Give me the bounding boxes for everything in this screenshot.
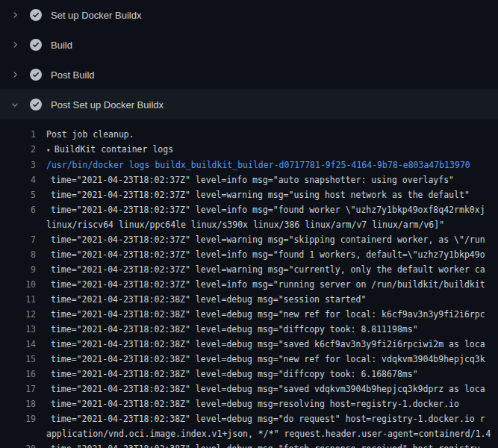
log-line-number[interactable]: 18	[0, 396, 36, 411]
group-toggle-icon[interactable]: ▾	[46, 146, 55, 154]
log-line-text: Post job cleanup.	[46, 127, 498, 142]
log-line-content: time="2021-04-23T18:02:38Z" level=debug …	[51, 339, 485, 349]
check-circle-icon	[30, 39, 42, 51]
log-line: 6 time="2021-04-23T18:02:37Z" level=info…	[0, 202, 498, 217]
log-line-content: time="2021-04-23T18:02:38Z" level=debug …	[51, 324, 418, 335]
log-line-content: time="2021-04-23T18:02:37Z" level=info m…	[51, 205, 485, 215]
log-line-number[interactable]	[0, 217, 36, 232]
log-line-content: Post job cleanup.	[46, 129, 134, 140]
log-line-number[interactable]: 9	[0, 262, 36, 277]
log-line: 18 time="2021-04-23T18:02:38Z" level=deb…	[0, 396, 498, 411]
log-line-text: time="2021-04-23T18:02:38Z" level=debug …	[46, 307, 498, 322]
log-line: 3 /usr/bin/docker logs buildx_buildkit_b…	[0, 158, 498, 172]
log-line-number[interactable]: 10	[0, 277, 36, 292]
log-line-text: time="2021-04-23T18:02:38Z" level=debug …	[46, 322, 498, 337]
step-header-build[interactable]: Build	[0, 30, 498, 60]
check-circle-icon	[30, 9, 42, 21]
log-line-text: time="2021-04-23T18:02:38Z" level=debug …	[46, 382, 498, 396]
check-circle-icon	[30, 69, 42, 81]
log-line-content: time="2021-04-23T18:02:38Z" level=debug …	[51, 384, 485, 394]
log-line-number[interactable]	[0, 426, 36, 441]
log-line-text: time="2021-04-23T18:02:37Z" level=warnin…	[46, 232, 498, 247]
log-line-content: application/vnd.oci.image.index.v1+json,…	[46, 429, 491, 439]
log-line-content: time="2021-04-23T18:02:38Z" level=debug …	[51, 414, 485, 424]
log-line-content: time="2021-04-23T18:02:37Z" level=warnin…	[51, 264, 485, 275]
log-line-number[interactable]: 3	[0, 158, 36, 172]
log-line: 15 time="2021-04-23T18:02:38Z" level=deb…	[0, 352, 498, 367]
log-line: 5 time="2021-04-23T18:02:37Z" level=warn…	[0, 187, 498, 202]
step-label: Post Set up Docker Buildx	[51, 99, 164, 111]
log-line-number[interactable]: 15	[0, 352, 36, 367]
log-line-text: time="2021-04-23T18:02:38Z" level=debug …	[46, 352, 498, 367]
step-label: Post Build	[51, 69, 95, 81]
log-line: 16 time="2021-04-23T18:02:38Z" level=deb…	[0, 367, 498, 382]
log-line: 11 time="2021-04-23T18:02:38Z" level=deb…	[0, 292, 498, 307]
log-line-content: time="2021-04-23T18:02:38Z" level=debug …	[51, 354, 485, 364]
chevron-right-icon	[9, 9, 21, 21]
log-line-number[interactable]: 7	[0, 232, 36, 247]
log-line-number[interactable]: 13	[0, 322, 36, 337]
log-line: 19 time="2021-04-23T18:02:38Z" level=deb…	[0, 411, 498, 426]
log-line-content: time="2021-04-23T18:02:38Z" level=debug …	[51, 369, 418, 379]
log-line: 13 time="2021-04-23T18:02:38Z" level=deb…	[0, 322, 498, 337]
log-line-text: time="2021-04-23T18:02:37Z" level=warnin…	[46, 187, 498, 202]
log-line-text: time="2021-04-23T18:02:37Z" level=info m…	[46, 277, 498, 292]
log-line-text: time="2021-04-23T18:02:38Z" level=debug …	[46, 337, 498, 352]
log-line-content: time="2021-04-23T18:02:38Z" level=debug …	[51, 294, 366, 305]
log-line: 20 time="2021-04-23T18:02:38Z" level=deb…	[0, 441, 498, 448]
log-line-content: BuildKit container logs	[55, 144, 173, 155]
check-circle-icon	[30, 99, 42, 111]
log-line-content: time="2021-04-23T18:02:37Z" level=info m…	[51, 279, 485, 290]
log-line-number[interactable]: 5	[0, 187, 36, 202]
log-line: 9 time="2021-04-23T18:02:37Z" level=warn…	[0, 262, 498, 277]
log-line: 17 time="2021-04-23T18:02:38Z" level=deb…	[0, 382, 498, 396]
log-line-content: /usr/bin/docker logs buildx_buildkit_bui…	[46, 160, 470, 170]
log-line-number[interactable]: 2	[0, 142, 36, 158]
log-line-text: application/vnd.oci.image.index.v1+json,…	[46, 426, 498, 441]
log-line-content: time="2021-04-23T18:02:37Z" level=info m…	[51, 249, 485, 260]
log-line-number[interactable]: 20	[0, 441, 36, 448]
step-header-set-up-docker-buildx[interactable]: Set up Docker Buildx	[0, 0, 498, 30]
step-label: Build	[51, 40, 72, 51]
chevron-right-icon	[9, 39, 21, 51]
log-line-text: time="2021-04-23T18:02:37Z" level=info m…	[46, 247, 498, 262]
log-line-text: time="2021-04-23T18:02:37Z" level=warnin…	[46, 262, 498, 277]
log-line: 12 time="2021-04-23T18:02:38Z" level=deb…	[0, 307, 498, 322]
log-line: 10 time="2021-04-23T18:02:37Z" level=inf…	[0, 277, 498, 292]
log-line-content: time="2021-04-23T18:02:37Z" level=info m…	[51, 175, 454, 185]
log-line-content: time="2021-04-23T18:02:37Z" level=warnin…	[51, 190, 470, 200]
log-line: linux/riscv64 linux/ppc64le linux/s390x …	[0, 217, 498, 232]
log-line-number[interactable]: 11	[0, 292, 36, 307]
log-line-text: linux/riscv64 linux/ppc64le linux/s390x …	[46, 217, 498, 232]
log-line-number[interactable]: 14	[0, 337, 36, 352]
log-line-number[interactable]: 6	[0, 202, 36, 217]
log-line: 14 time="2021-04-23T18:02:38Z" level=deb…	[0, 337, 498, 352]
log-line-content: time="2021-04-23T18:02:38Z" level=debug …	[51, 444, 480, 448]
log-line-number[interactable]: 17	[0, 382, 36, 396]
log-line-text: time="2021-04-23T18:02:38Z" level=debug …	[46, 396, 498, 411]
log-line: 4 time="2021-04-23T18:02:37Z" level=info…	[0, 172, 498, 187]
log-line-number[interactable]: 4	[0, 172, 36, 187]
actions-log-viewer: Set up Docker Buildx Build Post Build Po…	[0, 0, 498, 448]
log-line-number[interactable]: 12	[0, 307, 36, 322]
chevron-right-icon	[9, 69, 21, 81]
log-line: 7 time="2021-04-23T18:02:37Z" level=warn…	[0, 232, 498, 247]
log-line-number[interactable]: 1	[0, 127, 36, 142]
log-line-text: time="2021-04-23T18:02:37Z" level=info m…	[46, 172, 498, 187]
step-header-post-set-up-docker-buildx[interactable]: Post Set up Docker Buildx	[0, 90, 498, 119]
log-line: 1 Post job cleanup.	[0, 127, 498, 142]
log-area: 1 Post job cleanup. 2 ▾ BuildKit contain…	[0, 119, 498, 448]
log-line-number[interactable]: 16	[0, 367, 36, 382]
log-lines: 1 Post job cleanup. 2 ▾ BuildKit contain…	[0, 127, 498, 448]
log-line-text: time="2021-04-23T18:02:37Z" level=info m…	[46, 202, 498, 217]
log-line-text: time="2021-04-23T18:02:38Z" level=debug …	[46, 411, 498, 426]
log-line-number[interactable]: 19	[0, 411, 36, 426]
log-line-text: ▾ BuildKit container logs	[46, 142, 498, 158]
log-line-content: linux/riscv64 linux/ppc64le linux/s390x …	[46, 220, 444, 230]
log-line-text: time="2021-04-23T18:02:38Z" level=debug …	[46, 367, 498, 382]
log-line-text: /usr/bin/docker logs buildx_buildkit_bui…	[46, 158, 498, 172]
log-line-content: time="2021-04-23T18:02:37Z" level=warnin…	[51, 234, 485, 245]
log-line-number[interactable]: 8	[0, 247, 36, 262]
log-line: 8 time="2021-04-23T18:02:37Z" level=info…	[0, 247, 498, 262]
step-header-post-build[interactable]: Post Build	[0, 60, 498, 90]
